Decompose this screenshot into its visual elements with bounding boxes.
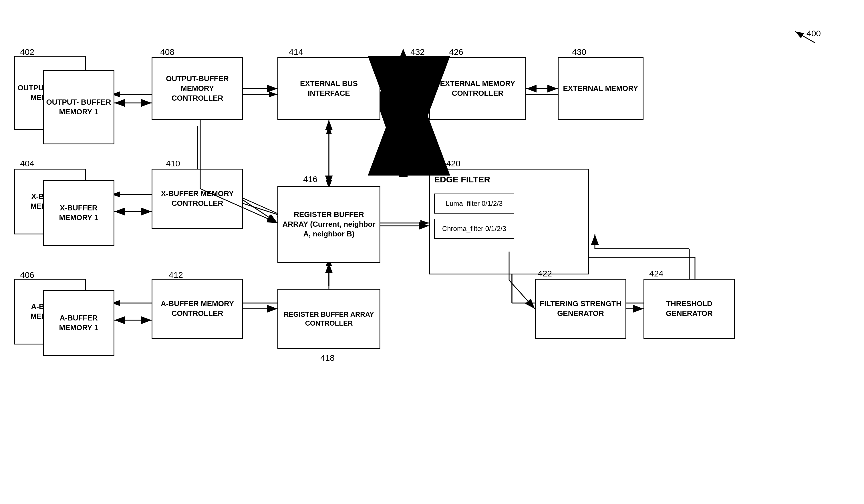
output-buffer-memory-1: OUTPUT- BUFFER MEMORY 1	[43, 70, 115, 144]
label-432: 432	[410, 47, 425, 57]
diagram: 400 402 OUTPUT- BUFFER MEMORY 0 OUTPUT- …	[0, 0, 864, 504]
svg-line-26	[795, 32, 815, 43]
label-426: 426	[449, 47, 463, 57]
label-412: 412	[169, 270, 183, 280]
a-buffer-memory-1: A-BUFFER MEMORY 1	[43, 290, 115, 356]
x-buffer-memory-1: X-BUFFER MEMORY 1	[43, 180, 115, 246]
label-410: 410	[166, 159, 180, 168]
svg-line-44	[509, 280, 535, 309]
svg-marker-16	[397, 49, 409, 63]
label-404: 404	[20, 159, 34, 168]
output-buffer-memory-controller: OUTPUT-BUFFER MEMORY CONTROLLER	[152, 57, 243, 120]
a-buffer-memory-controller: A-BUFFER MEMORY CONTROLLER	[152, 279, 243, 339]
label-422: 422	[538, 269, 552, 279]
label-424: 424	[649, 269, 663, 279]
edge-filter: EDGE FILTER Luma_filter 0/1/2/3 Chroma_f…	[429, 169, 589, 274]
label-416: 416	[303, 174, 317, 184]
edge-filter-label: EDGE FILTER	[434, 174, 490, 185]
label-408: 408	[160, 47, 175, 57]
luma-filter-box: Luma_filter 0/1/2/3	[434, 194, 514, 213]
threshold-generator: THRESHOLD GENERATOR	[644, 279, 735, 339]
label-414: 414	[289, 47, 303, 57]
register-buffer-array: REGISTER BUFFER ARRAY (Current, neighbor…	[277, 186, 380, 263]
x-buffer-memory-controller: X-BUFFER MEMORY CONTROLLER	[152, 169, 243, 229]
svg-line-34	[243, 200, 277, 223]
external-bus-interface: EXTERNAL BUS INTERFACE	[277, 57, 380, 120]
filtering-strength-generator: FILTERING STRENGTH GENERATOR	[535, 279, 626, 339]
external-memory: EXTERNAL MEMORY	[558, 57, 644, 120]
label-406: 406	[20, 270, 34, 280]
arrow-400	[787, 28, 821, 46]
label-420: 420	[446, 159, 460, 168]
label-418: 418	[320, 353, 335, 363]
label-430: 430	[572, 47, 586, 57]
external-memory-controller: EXTERNAL MEMORY CONTROLLER	[429, 57, 526, 120]
chroma-filter-box: Chroma_filter 0/1/2/3	[434, 219, 514, 239]
register-buffer-array-controller: REGISTER BUFFER ARRAY CONTROLLER	[277, 289, 380, 349]
label-402: 402	[20, 47, 34, 57]
